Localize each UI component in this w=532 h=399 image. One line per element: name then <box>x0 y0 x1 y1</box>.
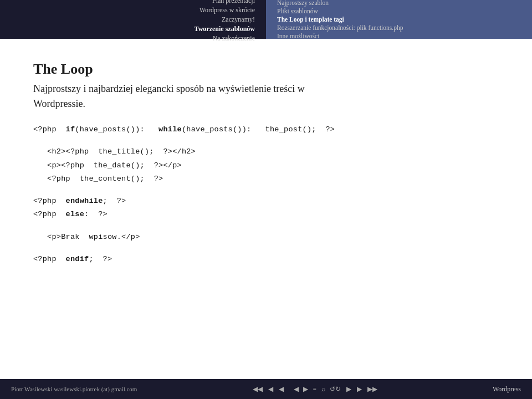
header: Plan prezentacji Wordpress w skrócie Zac… <box>0 0 532 39</box>
code-spacer-1 <box>33 136 499 145</box>
main-content: The Loop Najprostszy i najbardziej elega… <box>0 39 532 283</box>
code-line-1: <?php if(have_posts()): while(have_posts… <box>33 123 499 136</box>
footer-author: Piotr Wasilewski wasilewski.piotrek (at)… <box>11 386 137 392</box>
code-line-4: <?php the_content(); ?> <box>33 172 499 186</box>
header-right-line2: Pliki szablonów <box>277 8 532 14</box>
header-left-line3: Zaczynamy! <box>222 16 255 24</box>
nav-icons: ◀ ▶ ≡ ⌕ ↺↻ <box>292 384 342 395</box>
nav-first-button[interactable]: ◀◀ <box>251 384 264 395</box>
header-right-line5: Inne możliwości <box>277 33 532 39</box>
code-line-6: <?php else: ?> <box>33 208 499 221</box>
footer: Piotr Wasilewski wasilewski.piotrek (at)… <box>0 379 532 399</box>
code-line-5: <?php endwhile; ?> <box>33 195 499 208</box>
code-line-3: <p><?php the_date(); ?></p> <box>33 159 499 172</box>
code-spacer-2 <box>33 186 499 195</box>
code-line-7: <p>Brak wpisow.</p> <box>33 231 499 244</box>
code-spacer-4 <box>33 244 499 253</box>
nav-prev-button[interactable]: ◀ <box>277 384 285 395</box>
nav-icon-2[interactable]: ▶ <box>301 384 310 395</box>
nav-last-button[interactable]: ▶▶ <box>366 384 379 395</box>
nav-search-button[interactable]: ⌕ <box>320 384 327 395</box>
header-left: Plan prezentacji Wordpress w skrócie Zac… <box>0 0 266 39</box>
code-line-2: <h2><?php the_title(); ?></h2> <box>33 145 499 158</box>
nav-next-group-button[interactable]: ▶ <box>355 384 364 395</box>
header-left-line1: Plan prezentacji <box>212 0 255 5</box>
nav-icon-1[interactable]: ◀ <box>292 384 300 395</box>
footer-nav[interactable]: ◀◀ ◀ ◀ ◀ ▶ ≡ ⌕ ↺↻ ▶ ▶ ▶▶ <box>251 384 379 395</box>
header-right: Najprostszy szablon Pliki szablonów The … <box>266 0 532 39</box>
nav-prev-group-button[interactable]: ◀ <box>267 384 275 395</box>
slide-title: The Loop <box>33 61 499 78</box>
header-left-line4: Tworzenie szablonów <box>195 25 255 33</box>
footer-topic: Wordpress <box>493 385 521 393</box>
slide-subtitle2: Wordpressie. <box>33 98 499 110</box>
header-left-line5: Na zakończenie <box>213 34 255 43</box>
nav-next-button[interactable]: ▶ <box>345 384 353 395</box>
header-left-line2: Wordpress w skrócie <box>200 6 255 14</box>
slide-subtitle: Najprostszy i najbardziej elegancki spos… <box>33 83 499 95</box>
code-line-8: <?php endif; ?> <box>33 253 499 266</box>
nav-refresh-button[interactable]: ↺↻ <box>328 384 342 395</box>
code-spacer-3 <box>33 222 499 231</box>
code-block: <?php if(have_posts()): while(have_posts… <box>33 123 499 266</box>
header-right-line4: Rozszerzanie funkcjonalności: plik funct… <box>277 24 532 31</box>
header-right-line3: The Loop i template tagi <box>277 16 532 23</box>
nav-separator: ≡ <box>313 386 316 392</box>
header-right-line1: Najprostszy szablon <box>277 0 532 6</box>
